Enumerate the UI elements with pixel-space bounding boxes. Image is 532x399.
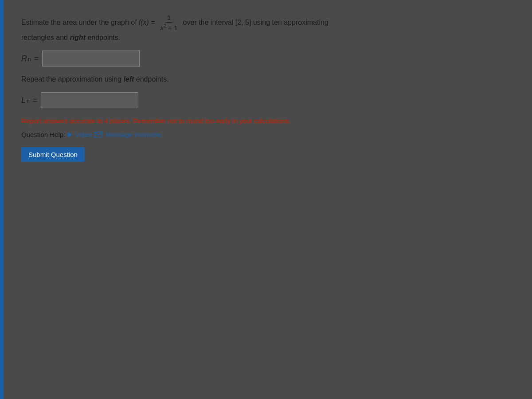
repeat-text: Repeat the approximation using left endp… (21, 75, 514, 83)
fraction-numerator: 1 (165, 13, 172, 23)
message-instructor-link[interactable]: Message instructor (94, 131, 162, 138)
ln-row: Ln = (21, 92, 514, 108)
message-instructor-label: Message instructor (106, 131, 162, 138)
function-notation: f(x) = (139, 19, 155, 27)
main-container: Estimate the area under the graph of f(x… (0, 0, 532, 399)
note-text: Report answers accurate to 4 places. Rem… (21, 117, 514, 125)
problem-text-part2: over the interval [2, 5] using ten appro… (183, 19, 329, 27)
fraction-denominator: x2 + 1 (159, 23, 180, 32)
submit-button[interactable]: Submit Question (21, 147, 85, 162)
rectangles-text: rectangles and right endpoints. (21, 34, 120, 41)
play-icon (68, 132, 72, 137)
left-bar (0, 0, 4, 399)
video-link[interactable]: Video (68, 131, 92, 138)
fraction: 1 x2 + 1 (159, 13, 180, 32)
ln-label: Ln = (21, 96, 37, 105)
problem-statement-line1: Estimate the area under the graph of f(x… (21, 13, 514, 32)
problem-text-part1: Estimate the area under the graph of (21, 19, 137, 27)
content-area: Estimate the area under the graph of f(x… (4, 0, 532, 399)
ln-input[interactable] (41, 92, 138, 108)
rn-label: Rn = (21, 54, 39, 63)
rn-input[interactable] (42, 51, 140, 66)
mail-icon (94, 132, 102, 138)
video-label: Video (75, 131, 92, 138)
problem-statement-line2: rectangles and right endpoints. (21, 34, 514, 42)
question-help-label: Question Help: (21, 131, 65, 138)
rn-row: Rn = (21, 51, 514, 66)
question-help-row: Question Help: Video Message instructor (21, 131, 514, 138)
